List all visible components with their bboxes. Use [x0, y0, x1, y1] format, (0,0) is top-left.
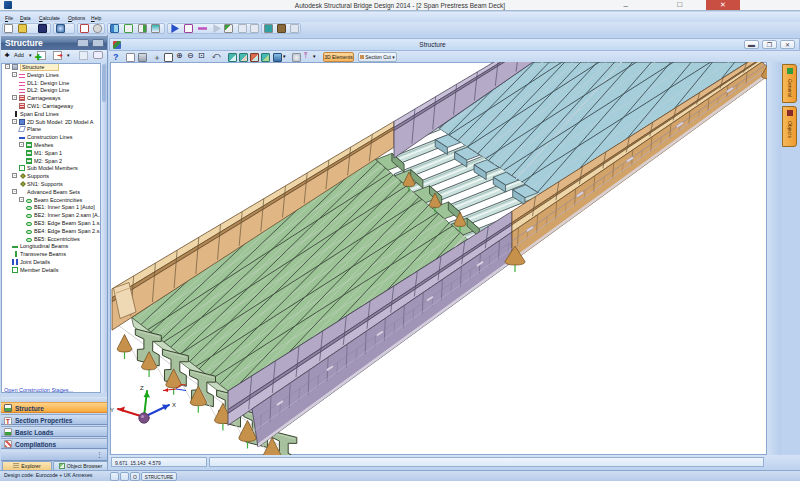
svg-text:Z: Z	[140, 385, 144, 391]
svg-text:X: X	[172, 402, 176, 408]
svg-text:Y: Y	[110, 407, 114, 413]
